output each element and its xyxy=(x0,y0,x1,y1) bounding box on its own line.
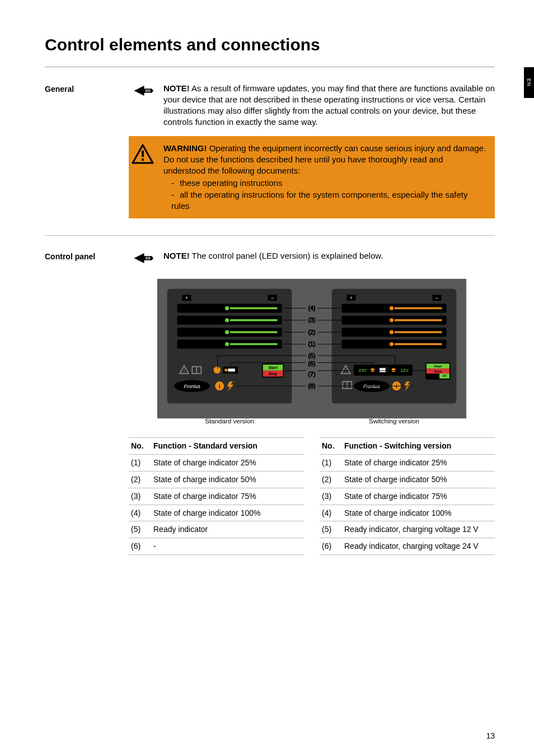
svg-rect-56 xyxy=(395,331,442,333)
svg-text:12V: 12V xyxy=(442,375,447,377)
svg-text:(6): (6) xyxy=(308,360,315,367)
svg-text:Fronius: Fronius xyxy=(184,384,200,389)
svg-rect-64 xyxy=(380,368,386,372)
page-number: 13 xyxy=(486,731,495,741)
table-row: (4)State of charge indicator 100% xyxy=(129,505,304,521)
note-body: As a result of firmware updates, you may… xyxy=(163,83,495,127)
svg-text:Standard version: Standard version xyxy=(205,418,254,424)
panel-note-callout: NOTE! The control panel (LED version) is… xyxy=(129,250,495,265)
svg-rect-58 xyxy=(395,343,442,346)
function-tables: No. Function - Standard version (1)State… xyxy=(129,437,495,555)
svg-text:!: ! xyxy=(345,368,346,374)
svg-point-55 xyxy=(390,330,394,334)
table-row: (1)State of charge indicator 25% xyxy=(129,454,304,471)
svg-rect-21 xyxy=(230,319,278,321)
svg-text:(7): (7) xyxy=(308,371,315,377)
svg-point-20 xyxy=(225,318,229,322)
th-no: No. xyxy=(320,438,342,455)
svg-text:(1): (1) xyxy=(308,340,315,347)
table-row: (3)State of charge indicator 75% xyxy=(320,488,495,505)
svg-rect-23 xyxy=(230,331,278,333)
svg-text:Start: Start xyxy=(434,364,442,368)
svg-point-18 xyxy=(225,306,229,310)
table-row: (6)- xyxy=(129,538,304,555)
panel-illustration: + – xyxy=(129,273,495,430)
page-title: Control elements and connections xyxy=(45,34,495,57)
svg-rect-5 xyxy=(146,257,147,260)
svg-point-31 xyxy=(224,368,227,371)
svg-rect-6 xyxy=(148,257,149,260)
svg-rect-1 xyxy=(148,89,149,92)
warning-triangle-icon xyxy=(132,144,154,164)
svg-text:(4): (4) xyxy=(308,305,315,311)
svg-rect-2 xyxy=(149,89,151,92)
svg-text:(5): (5) xyxy=(308,352,315,359)
svg-rect-3 xyxy=(142,151,144,157)
warning-item-1: these operating instructions xyxy=(171,178,487,189)
panel-note-lead: NOTE! xyxy=(163,251,190,260)
table-row: (5)Ready indicator xyxy=(129,521,304,538)
warning-item-2: all the operating instructions for the s… xyxy=(171,189,487,212)
table-row: (1)State of charge indicator 25% xyxy=(320,454,495,471)
svg-text:–: – xyxy=(435,295,438,301)
table-row: (2)State of charge indicator 50% xyxy=(129,471,304,488)
table-switching: No. Function - Switching version (1)Stat… xyxy=(320,437,495,555)
warning-lead: WARNING! xyxy=(163,143,207,153)
pointing-hand-icon xyxy=(133,84,153,97)
svg-text:!: ! xyxy=(184,368,185,374)
svg-point-22 xyxy=(225,330,229,334)
section-label-panel: Control panel xyxy=(45,250,129,555)
table-row: (4)State of charge indicator 100% xyxy=(320,505,495,521)
panel-note-body: The control panel (LED version) is expla… xyxy=(190,251,383,260)
note-callout: NOTE! As a result of firmware updates, y… xyxy=(129,83,495,128)
section-rule xyxy=(45,235,495,236)
svg-point-53 xyxy=(390,318,394,322)
svg-text:Switching version: Switching version xyxy=(369,418,419,424)
svg-rect-74 xyxy=(439,379,449,380)
svg-text:Stop: Stop xyxy=(269,372,278,376)
svg-point-62 xyxy=(371,368,374,372)
table-row: (6)Ready indicator, charging voltage 24 … xyxy=(320,538,495,555)
table-row: (5)Ready indicator, charging voltage 12 … xyxy=(320,521,495,538)
th-no: No. xyxy=(129,438,151,455)
warning-body: Operating the equipment incorrectly can … xyxy=(163,143,486,176)
section-general: General NOTE! As a result of firmware up… xyxy=(45,83,495,223)
svg-rect-4 xyxy=(142,158,144,161)
svg-rect-0 xyxy=(146,89,147,92)
title-rule xyxy=(45,67,495,67)
svg-rect-52 xyxy=(395,307,442,310)
svg-point-29 xyxy=(214,367,221,374)
note-lead: NOTE! xyxy=(163,83,190,93)
section-control-panel: Control panel NOTE! The control panel (L… xyxy=(45,250,495,555)
svg-rect-25 xyxy=(230,343,278,346)
svg-text:+: + xyxy=(350,295,353,301)
th-fn: Function - Switching version xyxy=(342,438,495,455)
svg-text:+: + xyxy=(185,295,188,301)
svg-rect-19 xyxy=(230,307,278,310)
language-tab: EN xyxy=(524,67,534,98)
section-label-general: General xyxy=(45,83,129,223)
svg-text:(2): (2) xyxy=(308,329,315,335)
svg-text:Start: Start xyxy=(268,366,278,370)
svg-rect-32 xyxy=(228,368,235,371)
svg-text:–: – xyxy=(271,295,274,301)
svg-rect-7 xyxy=(149,257,151,260)
svg-text:(8): (8) xyxy=(308,382,315,389)
th-fn: Function - Standard version xyxy=(151,438,304,455)
svg-point-65 xyxy=(392,368,396,372)
svg-text:i: i xyxy=(219,383,221,389)
svg-text:Stop: Stop xyxy=(434,369,442,373)
svg-point-57 xyxy=(390,342,394,346)
table-row: (3)State of charge indicator 75% xyxy=(129,488,304,505)
table-row: (2)State of charge indicator 50% xyxy=(320,471,495,488)
svg-text:Fronius: Fronius xyxy=(363,384,380,389)
svg-rect-54 xyxy=(395,319,442,321)
pointing-hand-icon xyxy=(133,251,153,265)
svg-point-51 xyxy=(390,306,394,310)
warning-callout: WARNING! Operating the equipment incorre… xyxy=(129,136,495,219)
page: Control elements and connections General… xyxy=(0,0,534,578)
svg-point-24 xyxy=(225,342,229,346)
svg-text:(3): (3) xyxy=(308,316,315,323)
table-standard: No. Function - Standard version (1)State… xyxy=(129,437,304,555)
